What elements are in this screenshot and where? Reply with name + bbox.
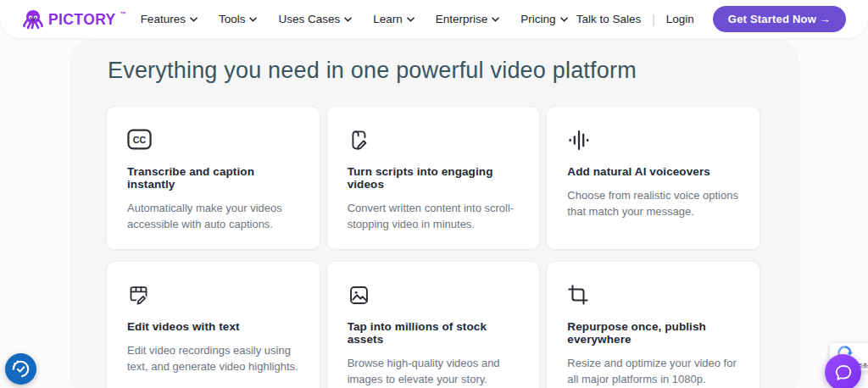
brand-wordmark: PICTORY <box>48 8 116 30</box>
nav-label: Uses Cases <box>278 13 340 25</box>
card-title: Transcribe and caption instantly <box>127 165 299 191</box>
pictory-logo[interactable]: PICTORY ™ <box>22 8 126 30</box>
card-title: Edit videos with text <box>127 320 299 333</box>
accessibility-icon <box>9 358 32 380</box>
section-heading: Everything you need in one powerful vide… <box>108 58 701 84</box>
top-navigation-bar: PICTORY ™ Features Tools Uses Cases Lear… <box>0 0 868 38</box>
get-started-button[interactable]: Get Started Now → <box>713 6 846 32</box>
cc-captions-icon: CC <box>127 129 299 152</box>
nav-item-enterprise[interactable]: Enterprise <box>436 13 500 25</box>
header-actions: Talk to Sales | Login Get Started Now → <box>576 6 846 32</box>
card-description: Convert written content into scroll-stop… <box>348 200 520 232</box>
feature-card-stock-assets: Tap into millions of stock assets Browse… <box>326 261 541 388</box>
feature-card-repurpose: Repurpose once, publish everywhere Resiz… <box>546 261 760 388</box>
card-description: Resize and optimize your video for all m… <box>567 355 739 387</box>
nav-label: Learn <box>373 13 403 25</box>
header-divider: | <box>652 13 655 26</box>
feature-card-scripts: Turn scripts into engaging videos Conver… <box>326 106 541 250</box>
nav-label: Pricing <box>520 13 555 25</box>
stock-image-icon <box>348 284 520 308</box>
card-title: Add natural AI voiceovers <box>567 165 739 178</box>
chevron-down-icon <box>249 17 257 22</box>
accessibility-widget-button[interactable] <box>5 353 36 385</box>
card-description: Automatically make your videos accessibl… <box>127 200 299 232</box>
chevron-down-icon <box>190 17 198 22</box>
chat-bubble-icon <box>834 363 853 382</box>
voice-waveform-icon <box>567 129 739 152</box>
feature-cards-grid: CC Transcribe and caption instantly Auto… <box>106 106 760 388</box>
nav-label: Tools <box>219 13 246 25</box>
nav-label: Enterprise <box>436 13 488 25</box>
feature-card-voiceovers: Add natural AI voiceovers Choose from re… <box>546 106 760 250</box>
chat-launcher-button[interactable] <box>825 354 861 388</box>
feature-card-transcribe: CC Transcribe and caption instantly Auto… <box>106 106 320 250</box>
login-link[interactable]: Login <box>666 13 694 25</box>
card-title: Turn scripts into engaging videos <box>348 165 520 191</box>
nav-label: Features <box>141 13 186 25</box>
nav-item-uses-cases[interactable]: Uses Cases <box>278 13 352 25</box>
crop-icon <box>567 284 739 308</box>
feature-card-edit-text: Edit videos with text Edit video recordi… <box>106 261 320 388</box>
talk-to-sales-link[interactable]: Talk to Sales <box>576 13 642 25</box>
svg-text:CC: CC <box>133 135 147 145</box>
trademark-symbol: ™ <box>120 11 126 17</box>
chevron-down-icon <box>560 17 568 22</box>
nav-item-features[interactable]: Features <box>141 13 198 25</box>
chevron-down-icon <box>344 17 352 22</box>
card-title: Repurpose once, publish everywhere <box>567 320 739 346</box>
card-description: Browse high-quality videos and images to… <box>348 355 520 387</box>
card-title: Tap into millions of stock assets <box>348 320 520 346</box>
nav-item-learn[interactable]: Learn <box>373 13 415 25</box>
octopus-logo-icon <box>22 8 44 30</box>
script-pen-icon <box>348 129 520 152</box>
main-nav: Features Tools Uses Cases Learn Enterpri… <box>141 13 568 25</box>
chevron-down-icon <box>407 17 415 22</box>
chevron-down-icon <box>492 17 499 22</box>
edit-board-pencil-icon <box>127 284 299 308</box>
card-description: Choose from realistic voice options that… <box>567 187 739 219</box>
nav-item-tools[interactable]: Tools <box>219 13 258 25</box>
nav-item-pricing[interactable]: Pricing <box>520 13 567 25</box>
card-description: Edit video recordings easily using text,… <box>127 342 299 374</box>
